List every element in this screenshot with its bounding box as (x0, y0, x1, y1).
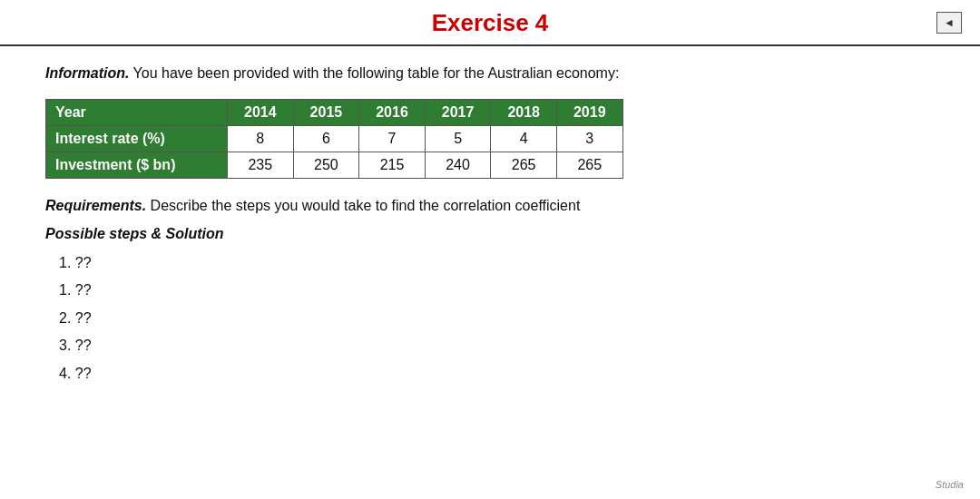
row-investment-label: Investment ($ bn) (46, 152, 228, 179)
table-col-2015: 2015 (293, 100, 359, 126)
nav-back-button[interactable]: ◄ (936, 12, 962, 34)
investment-2015: 250 (293, 152, 359, 179)
interest-2019: 3 (556, 126, 622, 152)
data-table: Year 2014 2015 2016 2017 2018 2019 Inter… (45, 99, 623, 179)
logo-text: Studia (936, 479, 964, 490)
interest-2015: 6 (293, 126, 359, 152)
bottom-logo: Studia (936, 479, 964, 490)
investment-2014: 235 (228, 152, 294, 179)
investment-2016: 215 (359, 152, 426, 179)
row-interest-label: Interest rate (%) (46, 126, 228, 152)
page-container: Exercise 4 ◄ Information. You have been … (0, 0, 980, 499)
table-col-2018: 2018 (491, 100, 557, 126)
information-paragraph: Information. You have been provided with… (45, 63, 935, 84)
requirements-text: Describe the steps you would take to fin… (146, 198, 580, 213)
table-col-2019: 2019 (556, 100, 622, 126)
steps-list: 1. ?? 1. ?? 2. ?? 3. ?? 4. ?? (45, 250, 935, 387)
list-item: 1. ?? (59, 277, 935, 304)
interest-2017: 5 (425, 126, 491, 152)
investment-2018: 265 (491, 152, 557, 179)
requirements-paragraph: Requirements. Describe the steps you wou… (45, 195, 935, 217)
table-col-2016: 2016 (359, 100, 426, 126)
list-item: 4. ?? (59, 360, 935, 387)
list-item: 3. ?? (59, 332, 935, 359)
possible-steps-heading: Possible steps & Solution (45, 226, 935, 242)
table-col-year: Year (46, 100, 228, 126)
list-item: 1. ?? (59, 250, 935, 277)
interest-2014: 8 (228, 126, 294, 152)
interest-2018: 4 (491, 126, 557, 152)
information-text: You have been provided with the followin… (129, 65, 619, 81)
table-row: Interest rate (%) 8 6 7 5 4 3 (46, 126, 623, 152)
list-item: 2. ?? (59, 305, 935, 332)
page-title: Exercise 4 (432, 9, 549, 37)
nav-back-icon: ◄ (944, 16, 955, 29)
table-col-2014: 2014 (228, 100, 294, 126)
interest-2016: 7 (359, 126, 426, 152)
information-label: Information. (45, 65, 129, 81)
header: Exercise 4 ◄ (0, 0, 980, 46)
table-col-2017: 2017 (425, 100, 491, 126)
content-area: Information. You have been provided with… (0, 46, 980, 404)
table-row: Investment ($ bn) 235 250 215 240 265 26… (46, 152, 623, 179)
requirements-label: Requirements. (45, 198, 146, 213)
investment-2019: 265 (556, 152, 622, 179)
investment-2017: 240 (425, 152, 491, 179)
table-header-row: Year 2014 2015 2016 2017 2018 2019 (46, 100, 623, 126)
